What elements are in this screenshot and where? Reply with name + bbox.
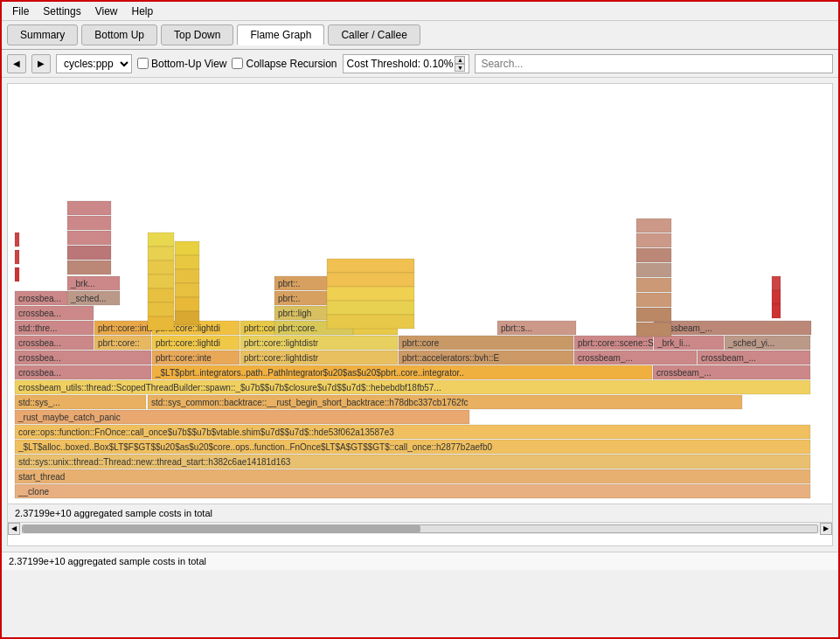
svg-text:_sched...: _sched... xyxy=(70,294,107,303)
svg-text:_brk...: _brk... xyxy=(70,279,95,288)
svg-text:start_thread: start_thread xyxy=(18,472,65,482)
menu-settings[interactable]: Settings xyxy=(36,3,87,19)
svg-rect-115 xyxy=(772,290,781,304)
svg-rect-104 xyxy=(175,297,199,311)
svg-rect-116 xyxy=(772,304,781,318)
menubar: File Settings View Help xyxy=(2,2,838,21)
svg-rect-87 xyxy=(636,323,671,337)
flame-graph-inner[interactable]: __clone start_thread std::sys::unix::thr… xyxy=(8,84,832,545)
svg-rect-106 xyxy=(15,250,19,264)
svg-text:_$LT$pbrt..integrators..path..: _$LT$pbrt..integrators..path..PathIntegr… xyxy=(155,368,464,378)
menu-help[interactable]: Help xyxy=(125,3,161,19)
svg-rect-86 xyxy=(636,308,671,322)
tab-caller-callee[interactable]: Caller / Callee xyxy=(328,24,420,45)
svg-text:crossbea...: crossbea... xyxy=(18,309,61,318)
svg-rect-95 xyxy=(148,260,174,274)
tab-top-down[interactable]: Top Down xyxy=(161,24,233,45)
svg-text:std::thre...: std::thre... xyxy=(18,323,57,333)
profile-select[interactable]: cycles:ppp xyxy=(56,54,132,73)
svg-rect-98 xyxy=(148,302,174,316)
scroll-left-btn[interactable]: ◀ xyxy=(8,523,20,535)
tab-summary[interactable]: Summary xyxy=(7,24,78,45)
svg-rect-84 xyxy=(636,278,671,292)
svg-text:crossbeam_...: crossbeam_... xyxy=(701,353,756,363)
tab-flame-graph[interactable]: Flame Graph xyxy=(237,24,324,45)
flame-status: 2.37199e+10 aggregated sample costs in t… xyxy=(8,504,832,522)
svg-text:pbrt::core::lightdistr: pbrt::core::lightdistr xyxy=(244,353,319,363)
svg-rect-111 xyxy=(327,287,414,301)
cost-threshold-control: Cost Threshold: 0.10% ▲ ▼ xyxy=(343,54,470,73)
bottom-status-bar: 2.37199e+10 aggregated sample costs in t… xyxy=(2,552,838,570)
svg-text:pbrt::s...: pbrt::s... xyxy=(501,323,532,333)
horizontal-scrollbar: ◀ ▶ xyxy=(8,522,832,534)
scroll-right-btn[interactable]: ▶ xyxy=(820,523,832,535)
svg-text:_sched_yi...: _sched_yi... xyxy=(727,338,774,348)
svg-text:pbrt::accelerators::bvh::E: pbrt::accelerators::bvh::E xyxy=(402,353,499,363)
bottom-up-label: Bottom-Up View xyxy=(151,58,226,70)
svg-rect-2 xyxy=(15,469,810,483)
svg-rect-88 xyxy=(67,201,111,215)
flame-graph-svg[interactable]: __clone start_thread std::sys::unix::thr… xyxy=(8,84,832,504)
svg-text:_rust_maybe_catch_panic: _rust_maybe_catch_panic xyxy=(17,413,121,422)
svg-text:pbrt::ligh: pbrt::ligh xyxy=(278,309,311,318)
svg-rect-101 xyxy=(175,255,199,269)
menu-file[interactable]: File xyxy=(5,3,36,19)
bottom-up-checkbox[interactable] xyxy=(137,58,149,69)
svg-rect-0 xyxy=(15,484,810,498)
svg-rect-108 xyxy=(15,267,19,281)
nav-fwd-button[interactable]: ▶ xyxy=(31,54,51,73)
svg-text:_$LT$alloc..boxed..Box$LT$F$GT: _$LT$alloc..boxed..Box$LT$F$GT$$u20$as$u… xyxy=(17,442,492,452)
scroll-thumb[interactable] xyxy=(23,525,420,532)
collapse-recursion-label: Collapse Recursion xyxy=(246,58,337,70)
search-input[interactable] xyxy=(475,54,833,73)
flame-status-text: 2.37199e+10 aggregated sample costs in t… xyxy=(15,508,212,518)
svg-text:std::sys_...: std::sys_... xyxy=(18,398,60,407)
svg-rect-114 xyxy=(772,276,781,290)
svg-text:crossbea...: crossbea... xyxy=(18,368,61,378)
svg-text:crossbeam_...: crossbeam_... xyxy=(656,368,712,378)
svg-rect-96 xyxy=(148,274,174,288)
svg-text:pbrt::.: pbrt::. xyxy=(278,294,301,303)
svg-rect-107 xyxy=(15,233,19,247)
svg-rect-110 xyxy=(327,273,414,287)
cost-threshold-up[interactable]: ▲ xyxy=(455,56,465,64)
nav-back-button[interactable]: ◀ xyxy=(7,54,26,73)
svg-text:pbrt::core.: pbrt::core. xyxy=(278,323,317,333)
svg-text:core::ops::function::FnOnce::c: core::ops::function::FnOnce::call_once$u… xyxy=(18,427,394,437)
svg-text:pbrt::core::inte: pbrt::core::inte xyxy=(156,353,212,363)
collapse-recursion-checkbox-label[interactable]: Collapse Recursion xyxy=(232,58,337,70)
menu-view[interactable]: View xyxy=(88,3,125,19)
svg-rect-112 xyxy=(327,301,414,315)
cost-threshold-spinner: ▲ ▼ xyxy=(455,56,465,72)
bottom-status-text: 2.37199e+10 aggregated sample costs in t… xyxy=(9,556,206,566)
svg-rect-89 xyxy=(67,216,111,230)
svg-text:pbrt::core::lightdi: pbrt::core::lightdi xyxy=(156,338,220,348)
svg-rect-92 xyxy=(67,260,111,274)
svg-rect-83 xyxy=(636,263,671,277)
svg-text:pbrt::core::inte: pbrt::core::inte xyxy=(98,323,154,333)
svg-rect-91 xyxy=(67,246,111,260)
svg-text:std::sys::unix::thread::Thread: std::sys::unix::thread::Thread::new::thr… xyxy=(18,457,291,467)
svg-rect-100 xyxy=(175,241,199,255)
svg-rect-90 xyxy=(67,231,111,245)
svg-text:pbrt::core::: pbrt::core:: xyxy=(98,338,140,348)
svg-text:crossbea...: crossbea... xyxy=(18,294,61,303)
svg-text:crossbea...: crossbea... xyxy=(18,338,61,348)
tabs-bar: Summary Bottom Up Top Down Flame Graph C… xyxy=(2,21,838,50)
svg-text:_brk_li...: _brk_li... xyxy=(656,338,691,348)
svg-text:crossbeam_utils::thread::Scope: crossbeam_utils::thread::ScopedThreadBui… xyxy=(18,383,441,392)
cost-threshold-down[interactable]: ▼ xyxy=(455,64,465,72)
svg-rect-81 xyxy=(636,233,671,247)
svg-rect-103 xyxy=(175,283,199,297)
collapse-recursion-checkbox[interactable] xyxy=(232,58,243,69)
toolbar: ◀ ▶ cycles:ppp Bottom-Up View Collapse R… xyxy=(2,50,838,78)
flame-graph-container: __clone start_thread std::sys::unix::thr… xyxy=(7,83,833,546)
scroll-track[interactable] xyxy=(22,524,818,533)
tab-bottom-up[interactable]: Bottom Up xyxy=(81,24,157,45)
svg-rect-105 xyxy=(175,311,199,325)
svg-text:crossbea...: crossbea... xyxy=(18,353,61,363)
svg-rect-99 xyxy=(148,316,174,330)
bottom-up-checkbox-label[interactable]: Bottom-Up View xyxy=(137,58,226,70)
svg-rect-97 xyxy=(148,288,174,302)
svg-rect-102 xyxy=(175,269,199,283)
